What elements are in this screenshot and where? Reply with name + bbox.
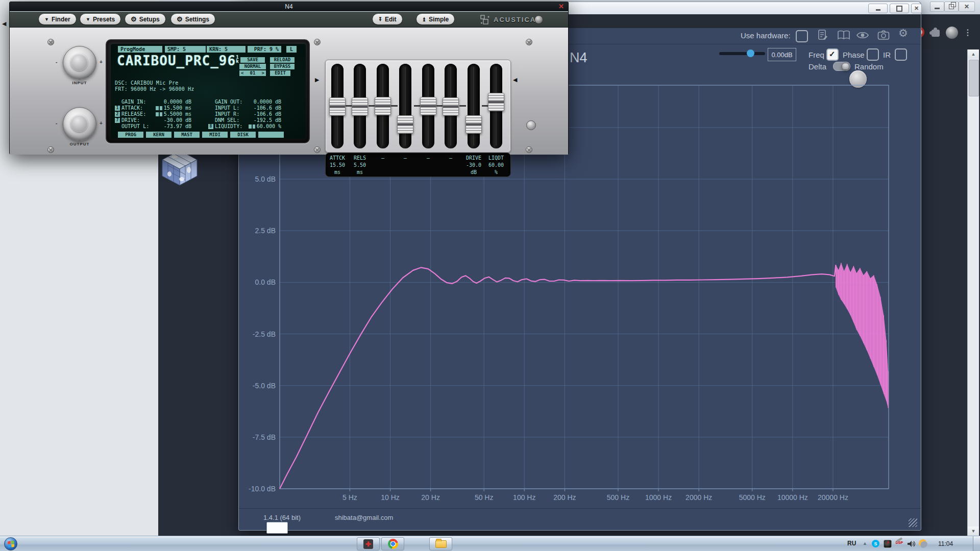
notes-icon[interactable] — [817, 29, 828, 41]
lcd-status-segment: SMP: 5 — [165, 46, 206, 53]
bypass-button[interactable]: BYPASS — [270, 64, 295, 69]
param-label: GAIN OUT: — [215, 99, 242, 105]
y-axis-tick-label: -5.0 dB — [253, 382, 276, 390]
page-scrollbar[interactable]: ▲ ▼ — [967, 49, 979, 536]
lcd-tab-kern[interactable]: KERN — [146, 132, 172, 138]
finder-button[interactable]: ▼Finder — [39, 14, 76, 24]
browser-close-button[interactable]: ✕ — [959, 2, 975, 12]
language-indicator[interactable]: RU — [847, 540, 856, 547]
output-minus-label: - — [56, 120, 57, 126]
settings-button[interactable]: ⚙Settings — [171, 14, 215, 24]
chevron-left-icon[interactable]: ◀ — [2, 20, 6, 27]
pager-next-icon[interactable]: > — [262, 70, 264, 76]
slider-thumb[interactable] — [488, 93, 504, 111]
tray-gauge-icon[interactable] — [884, 540, 892, 548]
lcd-tab-mast[interactable]: MAST — [174, 132, 200, 138]
edit-lcd-button[interactable]: EDIT — [270, 70, 290, 76]
show-desktop-button[interactable] — [973, 536, 980, 551]
scrollbar-thumb[interactable] — [969, 60, 979, 96]
edit-button[interactable]: ▼▼Edit — [373, 14, 402, 24]
lcd-tab-prog[interactable]: PROG — [118, 132, 143, 138]
presets-button[interactable]: ▼Presets — [80, 14, 120, 24]
globe-icon[interactable] — [534, 15, 543, 24]
preset-description: DSC: CARIBOU Mic Pre — [115, 80, 178, 86]
gain-slider[interactable] — [719, 52, 765, 55]
tray-skype-icon[interactable]: S — [872, 540, 879, 547]
browser-restore-button[interactable] — [944, 2, 959, 12]
analyzer-minimize-button[interactable] — [868, 4, 888, 13]
lcd-tab-disk[interactable]: DISK — [230, 132, 256, 138]
chevron-down-icon: ▼ — [44, 17, 49, 22]
slider-thumb[interactable] — [375, 97, 391, 115]
reload-button[interactable]: RELOAD — [270, 57, 295, 63]
lcd-tab-blank[interactable] — [258, 132, 284, 138]
mini-slider-icon — [156, 112, 162, 116]
freq-checkbox[interactable] — [826, 48, 839, 61]
camera-icon[interactable] — [877, 30, 890, 40]
lcd-bezel: ProgModeSMP: 5KRN: 5PRF: 9 %L CARIBOU_PR… — [106, 39, 310, 143]
gain-value-box[interactable]: 0.00dB — [768, 48, 796, 61]
readout-unit: dB — [461, 169, 486, 176]
slider-thumb[interactable] — [397, 115, 413, 134]
y-axis-tick-label: 5.0 dB — [255, 175, 276, 183]
encoder-knob[interactable] — [526, 120, 536, 130]
param-label: LIQUIDTY: — [215, 123, 242, 130]
slider-thumb[interactable] — [420, 97, 436, 115]
gain-slider-thumb[interactable] — [747, 49, 754, 57]
ir-checkbox[interactable] — [895, 48, 907, 61]
simple-button[interactable]: ▲▲Simple — [416, 14, 454, 24]
tray-dsp-icon[interactable]: DSP — [893, 538, 905, 545]
browser-menu-icon[interactable]: ⋮ — [964, 28, 972, 37]
input-minus-label: - — [56, 59, 57, 65]
x-axis-tick-label: 2000 Hz — [685, 493, 712, 502]
lcd-tab-midi[interactable]: MIDI — [202, 132, 228, 138]
param-number-badge: 1 — [115, 106, 120, 111]
eye-icon[interactable] — [856, 31, 869, 40]
delta-random-toggle[interactable] — [833, 62, 850, 71]
tray-volume-icon[interactable] — [907, 540, 916, 547]
use-hardware-checkbox[interactable] — [796, 30, 808, 42]
clock[interactable]: 11:04 — [938, 540, 953, 547]
save-button[interactable]: SAVE — [240, 57, 265, 63]
tray-weather-icon[interactable] — [919, 539, 927, 548]
slider-thumb[interactable] — [352, 97, 368, 116]
setups-button[interactable]: ⚙Setups — [125, 14, 165, 24]
readout-name: – — [393, 155, 418, 162]
extensions-puzzle-icon[interactable] — [932, 30, 940, 37]
readout-value: -30.0 — [461, 162, 486, 169]
start-button[interactable] — [4, 537, 17, 550]
taskbar-chrome-button[interactable] — [381, 537, 404, 550]
readout-name: LIQDT — [484, 155, 508, 162]
phase-checkbox[interactable] — [867, 48, 879, 61]
browser-minimize-button[interactable] — [930, 2, 944, 12]
readout-value: 5.50 — [348, 162, 372, 169]
slider-thumb[interactable] — [443, 97, 459, 116]
y-axis-tick-label: -2.5 dB — [253, 330, 276, 338]
scroll-up-icon[interactable]: ▲ — [968, 49, 979, 59]
param-value: -73.97 dB — [164, 123, 191, 130]
gear-icon[interactable]: ⚙ — [898, 27, 908, 39]
input-knob[interactable] — [63, 46, 96, 80]
plugin-titlebar[interactable]: N4 ✕ — [10, 2, 568, 12]
readout-name: – — [416, 155, 440, 162]
tray-expand-icon[interactable]: ▲ — [863, 541, 867, 546]
resize-grip[interactable] — [909, 518, 917, 527]
preset-pager[interactable]: < 01 > — [239, 70, 266, 76]
analyzer-maximize-button[interactable] — [890, 4, 909, 13]
profile-avatar[interactable] — [946, 27, 958, 39]
x-axis-tick-label: 500 Hz — [607, 493, 629, 502]
pager-prev-icon[interactable]: < — [241, 70, 243, 76]
scroll-down-icon[interactable]: ▼ — [968, 527, 979, 536]
output-knob[interactable] — [63, 107, 96, 141]
slider-thumb[interactable] — [465, 115, 482, 134]
taskbar-app-button[interactable]: ✚ — [357, 537, 380, 550]
plugin-title: N4 — [285, 3, 292, 10]
readout-name: – — [438, 155, 463, 162]
analyzer-close-button[interactable]: ✕ — [911, 4, 922, 13]
slider-thumb[interactable] — [329, 97, 346, 116]
plugin-close-icon[interactable]: ✕ — [558, 3, 564, 10]
acustica-logo-icon — [480, 15, 491, 24]
normal-button[interactable]: NORMAL — [239, 64, 266, 69]
taskbar-explorer-button[interactable] — [429, 537, 452, 550]
book-icon[interactable] — [837, 30, 850, 40]
